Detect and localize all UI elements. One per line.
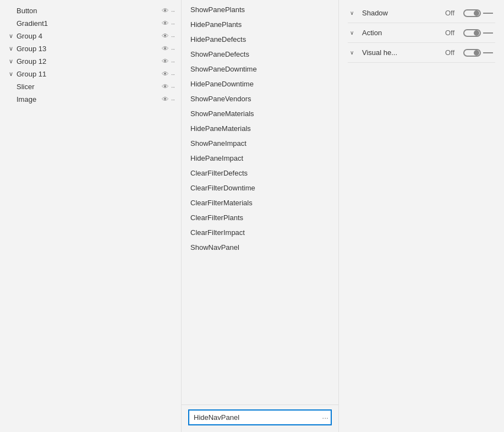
divider bbox=[348, 42, 495, 43]
eye-icon[interactable]: 👁 bbox=[162, 32, 169, 40]
layer-label: Group 4 bbox=[17, 32, 162, 40]
action-item[interactable]: HidePaneDefects bbox=[182, 32, 338, 47]
eye-icon[interactable]: 👁 bbox=[162, 57, 169, 65]
more-icon[interactable]: ··· bbox=[171, 46, 174, 52]
layer-icons: 👁··· bbox=[162, 70, 174, 78]
action-item[interactable]: ShowNavPanel bbox=[182, 240, 338, 255]
property-label: Action bbox=[362, 29, 441, 37]
property-row: ∨ActionOff bbox=[339, 24, 504, 41]
action-item[interactable]: ShowPaneDefects bbox=[182, 47, 338, 62]
property-value: Off bbox=[445, 29, 454, 37]
chevron-icon: ∨ bbox=[9, 45, 17, 52]
toggle-line bbox=[483, 52, 493, 53]
search-input[interactable] bbox=[188, 409, 332, 425]
toggle-track[interactable] bbox=[463, 49, 481, 57]
eye-icon[interactable]: 👁 bbox=[162, 45, 169, 53]
more-icon[interactable]: ··· bbox=[171, 33, 174, 40]
property-chevron-icon[interactable]: ∨ bbox=[350, 10, 358, 16]
chevron-icon: ∨ bbox=[9, 32, 17, 40]
layer-label: Slicer bbox=[17, 83, 162, 91]
layer-item[interactable]: ∨Group 11👁··· bbox=[0, 68, 181, 80]
layer-label: Group 11 bbox=[17, 70, 162, 78]
more-icon[interactable]: ··· bbox=[171, 71, 174, 78]
eye-icon[interactable]: 👁 bbox=[162, 83, 169, 91]
chevron-icon: ∨ bbox=[9, 70, 17, 78]
left-panel: Button👁···Gradient1👁···∨Group 4👁···∨Grou… bbox=[0, 0, 182, 432]
layer-icons: 👁··· bbox=[162, 19, 174, 28]
action-item[interactable]: ShowPanePlants bbox=[182, 2, 338, 17]
action-item[interactable]: ShowPaneImpact bbox=[182, 136, 338, 151]
layer-label: Group 13 bbox=[17, 45, 162, 53]
layer-item[interactable]: Slicer👁··· bbox=[0, 80, 181, 93]
toggle-line bbox=[483, 13, 493, 14]
more-icon[interactable]: ··· bbox=[171, 8, 174, 14]
layer-item[interactable]: ∨Group 13👁··· bbox=[0, 42, 181, 55]
toggle-track[interactable] bbox=[463, 29, 481, 37]
layer-icons: 👁··· bbox=[162, 57, 174, 65]
action-item[interactable]: ClearFilterImpact bbox=[182, 225, 338, 240]
action-item[interactable]: HidePaneImpact bbox=[182, 151, 338, 166]
layer-item[interactable]: Button👁··· bbox=[0, 4, 181, 17]
action-item[interactable]: HidePaneMaterials bbox=[182, 121, 338, 136]
layer-label: Image bbox=[17, 95, 162, 103]
action-item[interactable]: ClearFilterDowntime bbox=[182, 181, 338, 195]
property-chevron-icon[interactable]: ∨ bbox=[350, 50, 358, 56]
layer-label: Button bbox=[17, 7, 162, 15]
property-label: Shadow bbox=[362, 9, 441, 17]
action-item[interactable]: ShowPaneDowntime bbox=[182, 62, 338, 76]
more-icon[interactable]: ··· bbox=[171, 84, 174, 90]
layer-item[interactable]: ∨Group 4👁··· bbox=[0, 30, 181, 42]
layer-icons: 👁··· bbox=[162, 7, 174, 15]
layer-item[interactable]: Image👁··· bbox=[0, 93, 181, 106]
layer-icons: 👁··· bbox=[162, 45, 174, 53]
property-value: Off bbox=[445, 9, 454, 17]
toggle-off[interactable] bbox=[463, 29, 493, 37]
eye-icon[interactable]: 👁 bbox=[162, 7, 169, 15]
search-dots-icon[interactable]: ··· bbox=[322, 413, 328, 422]
right-panel: ∨ShadowOff∨ActionOff∨Visual he...Off bbox=[339, 0, 504, 432]
action-list: ShowPanePlantsHidePanePlantsHidePaneDefe… bbox=[182, 0, 338, 404]
search-input-wrapper: ··· bbox=[188, 409, 332, 425]
property-row: ∨ShadowOff bbox=[339, 4, 504, 21]
middle-panel: ShowPanePlantsHidePanePlantsHidePaneDefe… bbox=[182, 0, 339, 432]
chevron-icon: ∨ bbox=[9, 58, 17, 65]
search-box-container: ··· bbox=[182, 404, 338, 432]
more-icon[interactable]: ··· bbox=[171, 58, 174, 65]
toggle-line bbox=[483, 32, 493, 34]
action-item[interactable]: HidePanePlants bbox=[182, 17, 338, 32]
eye-icon[interactable]: 👁 bbox=[162, 70, 169, 78]
action-item[interactable]: ClearFilterPlants bbox=[182, 210, 338, 225]
layer-item[interactable]: ∨Group 12👁··· bbox=[0, 55, 181, 68]
property-label: Visual he... bbox=[362, 48, 441, 57]
toggle-track[interactable] bbox=[463, 9, 481, 17]
property-chevron-icon[interactable]: ∨ bbox=[350, 30, 358, 36]
divider bbox=[348, 23, 495, 23]
layer-icons: 👁··· bbox=[162, 95, 174, 103]
layer-icons: 👁··· bbox=[162, 83, 174, 91]
action-item[interactable]: HidePaneDowntime bbox=[182, 76, 338, 91]
layer-label: Group 12 bbox=[17, 57, 162, 65]
action-item[interactable]: ClearFilterDefects bbox=[182, 166, 338, 181]
action-item[interactable]: ClearFilterMaterials bbox=[182, 195, 338, 210]
layer-icons: 👁··· bbox=[162, 32, 174, 40]
eye-icon[interactable]: 👁 bbox=[162, 19, 169, 28]
eye-icon[interactable]: 👁 bbox=[162, 95, 169, 103]
toggle-off[interactable] bbox=[463, 49, 493, 57]
toggle-off[interactable] bbox=[463, 9, 493, 17]
layer-item[interactable]: Gradient1👁··· bbox=[0, 17, 181, 30]
action-item[interactable]: ShowPaneVendors bbox=[182, 91, 338, 106]
property-value: Off bbox=[445, 48, 454, 57]
divider bbox=[348, 62, 495, 63]
more-icon[interactable]: ··· bbox=[171, 96, 174, 103]
layer-label: Gradient1 bbox=[17, 19, 162, 28]
property-row: ∨Visual he...Off bbox=[339, 44, 504, 61]
action-item[interactable]: ShowPaneMaterials bbox=[182, 106, 338, 121]
more-icon[interactable]: ··· bbox=[171, 20, 174, 27]
